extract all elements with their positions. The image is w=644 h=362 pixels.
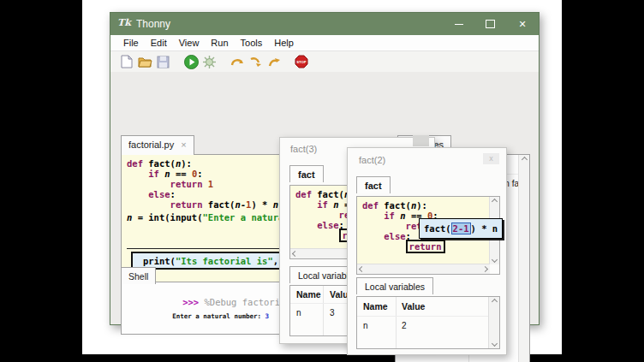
save-floppy-icon bbox=[157, 56, 170, 68]
step-out-button[interactable] bbox=[265, 54, 281, 69]
fact2-locals-label: Local variables bbox=[365, 282, 425, 292]
shell-output: Enter a natural number: bbox=[172, 312, 265, 320]
fact3-close-button[interactable] bbox=[413, 135, 429, 146]
fact2-close-button[interactable]: x bbox=[483, 153, 499, 164]
scroll-up-icon[interactable] bbox=[490, 197, 499, 206]
code-line: return bbox=[362, 241, 490, 252]
fact2-window-title: fact(2) bbox=[359, 155, 385, 165]
stop-button[interactable]: STOP bbox=[294, 54, 309, 69]
scroll-up-icon[interactable] bbox=[520, 155, 529, 164]
window-title: Thonny bbox=[136, 18, 170, 30]
eval-post: ) * n bbox=[471, 223, 498, 234]
previous-statement-box-edge bbox=[127, 248, 295, 249]
scroll-right-icon[interactable] bbox=[480, 264, 490, 274]
step-into-button[interactable] bbox=[247, 54, 263, 69]
open-file-button[interactable] bbox=[137, 54, 152, 69]
step-into-icon bbox=[249, 56, 262, 68]
col-name: Name bbox=[290, 289, 324, 300]
col-name: Name bbox=[357, 301, 396, 312]
run-script-button[interactable] bbox=[183, 54, 199, 69]
scroll-up-icon[interactable] bbox=[490, 297, 499, 306]
fact3-tab-fact[interactable]: fact bbox=[289, 165, 324, 182]
title-bar[interactable]: Tk Thonny ✕ bbox=[110, 13, 539, 35]
fact2-tab-label: fact bbox=[365, 181, 382, 191]
fact2-locals-header: Name Value bbox=[357, 297, 499, 317]
fact2-locals-scrollbar[interactable] bbox=[488, 297, 499, 348]
maximize-button[interactable] bbox=[475, 13, 504, 35]
fact2-locals-table: Name Value n2 bbox=[356, 296, 500, 349]
expression-evaluation-box: fact(2-1) * n bbox=[419, 218, 503, 239]
svg-text:STOP: STOP bbox=[296, 60, 307, 64]
fact3-window-title: fact(3) bbox=[290, 144, 317, 154]
minimize-icon bbox=[455, 24, 463, 25]
fact2-horizontal-scrollbar[interactable] bbox=[357, 264, 490, 274]
toolbar: STOP bbox=[110, 51, 539, 72]
shell-user-input: 3 bbox=[265, 312, 270, 320]
step-out-icon bbox=[267, 56, 280, 68]
close-button[interactable]: ✕ bbox=[508, 13, 537, 35]
save-file-button[interactable] bbox=[155, 54, 170, 69]
tab-factorial-py[interactable]: factorial.py × bbox=[121, 135, 194, 155]
step-over-icon bbox=[230, 56, 245, 68]
screenshot-stage: Tk Thonny ✕ File Edit View Run Tools Hel… bbox=[0, 0, 644, 362]
call-window-fact2: fact(2) x fact def fact(n): if n == 0: r… bbox=[347, 147, 507, 355]
fact2-tab-fact[interactable]: fact bbox=[356, 176, 391, 193]
menu-file[interactable]: File bbox=[117, 38, 145, 48]
fact2-locals-rows: n2 bbox=[357, 316, 489, 348]
menu-bar: File Edit View Run Tools Help bbox=[110, 35, 539, 51]
stop-sign-icon: STOP bbox=[295, 55, 308, 68]
eval-selected-subexpression: 2-1 bbox=[451, 223, 471, 234]
menu-tools[interactable]: Tools bbox=[235, 38, 269, 48]
active-statement-box: print("Its factorial is", fact(3)) bbox=[131, 252, 302, 270]
tab-shell[interactable]: Shell bbox=[121, 267, 156, 284]
debug-script-button[interactable] bbox=[201, 54, 217, 69]
close-icon: ✕ bbox=[518, 19, 526, 29]
tab-close-icon[interactable]: × bbox=[181, 139, 186, 150]
shell-output-line: Enter a natural number: 3 bbox=[134, 305, 269, 328]
run-play-icon bbox=[184, 55, 199, 69]
minimize-button[interactable] bbox=[444, 13, 474, 35]
close-icon: x bbox=[483, 153, 499, 164]
maximize-icon bbox=[486, 20, 495, 28]
scroll-down-icon[interactable] bbox=[490, 339, 499, 348]
editor-tab-label: factorial.py bbox=[128, 139, 174, 150]
col-value: Value bbox=[396, 301, 499, 312]
menu-edit[interactable]: Edit bbox=[145, 38, 173, 48]
shell-tab-label: Shell bbox=[128, 271, 148, 282]
fact3-tab-label: fact bbox=[298, 169, 315, 180]
fact2-tab-local-variables[interactable]: Local variables bbox=[356, 277, 433, 294]
step-over-button[interactable] bbox=[230, 54, 245, 69]
eval-pre: fact( bbox=[424, 223, 451, 234]
menu-help[interactable]: Help bbox=[268, 38, 300, 48]
table-row[interactable]: n2 bbox=[357, 316, 489, 335]
new-file-button[interactable] bbox=[119, 54, 134, 69]
debug-bug-icon bbox=[202, 55, 217, 69]
code-line: def fact(n): bbox=[362, 200, 490, 211]
thonny-logo-icon: Tk bbox=[117, 17, 131, 31]
scroll-down-icon[interactable] bbox=[490, 255, 499, 264]
scroll-left-icon[interactable] bbox=[290, 249, 300, 258]
open-folder-icon bbox=[138, 56, 152, 68]
scroll-left-icon[interactable] bbox=[357, 264, 367, 274]
variables-scrollbar[interactable] bbox=[518, 155, 529, 362]
new-file-icon bbox=[121, 55, 133, 68]
menu-run[interactable]: Run bbox=[205, 38, 234, 48]
menu-view[interactable]: View bbox=[173, 38, 206, 48]
